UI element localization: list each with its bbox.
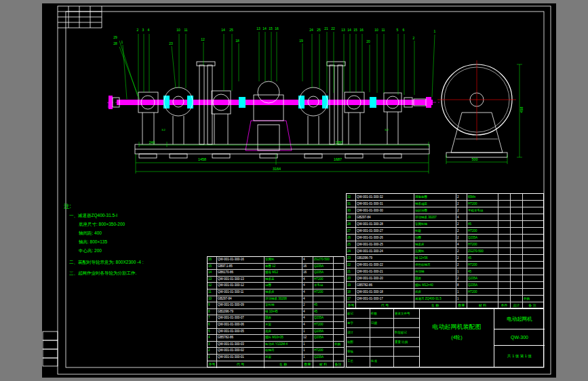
table-cell: GB5782-86 bbox=[217, 335, 264, 341]
table-cell: 4 bbox=[302, 322, 313, 328]
table-cell: QW-001-01-300-13 bbox=[217, 277, 264, 283]
note-line: 二、装配时导轮示意为: 800X2300 -4 : bbox=[69, 258, 210, 266]
table-cell: 2 bbox=[456, 221, 467, 227]
table-cell: 7 bbox=[208, 315, 217, 321]
drawing-annotation: 12 bbox=[201, 37, 205, 41]
title-block-main: 电动起网机装配图 (4轮) bbox=[419, 309, 494, 367]
drawing-annotation: 3.2 bbox=[161, 128, 165, 132]
table-cell: 30 bbox=[347, 207, 356, 214]
table-cell: 2 bbox=[208, 348, 217, 354]
table-cell bbox=[498, 268, 511, 275]
table-cell bbox=[523, 262, 542, 268]
table-cell: 键 12×56 bbox=[414, 255, 456, 261]
table-cell: 4 bbox=[208, 335, 217, 341]
table-cell: 32 bbox=[347, 194, 356, 200]
table-cell: QW-001-01-300-21 bbox=[356, 268, 414, 275]
table-cell: 轴承座 bbox=[264, 289, 302, 296]
table-cell: 毡封油圈 bbox=[414, 207, 456, 214]
table-cell: HT200 bbox=[467, 241, 498, 247]
table-cell bbox=[511, 255, 523, 261]
table-cell: 阶段标记 bbox=[394, 328, 418, 337]
table-cell: 24 bbox=[347, 248, 356, 254]
table-row: 27QW-001-01-300-27轮毂2HT200 bbox=[347, 228, 543, 235]
table-cell: 轴承盖 bbox=[264, 277, 302, 283]
table-cell bbox=[523, 289, 542, 295]
table-cell bbox=[394, 347, 418, 356]
table-cell: QW-001-01-300-26 bbox=[356, 235, 414, 241]
table-cell: 12 bbox=[302, 335, 313, 341]
table-cell: 4 bbox=[302, 315, 313, 321]
table-cell: QW-001-01-300-17 bbox=[356, 296, 414, 302]
table-cell bbox=[334, 283, 342, 289]
title-block-right: 电动起网机 QW-300 共 1 张 第 1 张 bbox=[494, 309, 545, 367]
table-cell: 底座 bbox=[264, 329, 302, 335]
table-cell: 批准 bbox=[370, 357, 394, 366]
table-cell bbox=[370, 338, 394, 346]
drawing-annotation: 13 bbox=[256, 26, 260, 31]
table-cell bbox=[511, 248, 523, 254]
table-row: 1QW-001-01-300-01机架1Q235A bbox=[208, 355, 344, 361]
table-cell bbox=[498, 262, 511, 268]
table-cell bbox=[523, 228, 542, 234]
table-cell: 2 bbox=[456, 235, 467, 241]
table-row: 28QW-001-01-300-28导网轮轴245 bbox=[347, 221, 543, 228]
table-cell: 28 bbox=[347, 221, 356, 227]
table-cell: QW-001-01-300-05 bbox=[217, 329, 264, 335]
table-cell: QW-001-01-300-03 bbox=[217, 342, 264, 348]
parts-list-right: 32QW-001-01-300-32调整垫圈265Mn31QW-001-01-3… bbox=[346, 193, 544, 308]
table-cell: 2 bbox=[456, 262, 467, 268]
table-cell bbox=[523, 268, 542, 275]
table-cell: QW-001-01-300-12 bbox=[217, 283, 264, 289]
title-block-grid: 标记处数更改文件号签字日期设计阶段标记制图重量 比例审核工艺批准 bbox=[347, 309, 419, 367]
table-cell: QW-001-01-300-27 bbox=[356, 228, 414, 234]
table-cell: 压网轮 bbox=[414, 248, 456, 254]
table-cell bbox=[498, 248, 511, 254]
table-cell bbox=[511, 194, 523, 200]
drawing-annotation: 22 bbox=[331, 26, 335, 31]
table-cell: 19 bbox=[347, 282, 356, 288]
table-cell: 45 bbox=[313, 309, 334, 315]
table-cell: 设计 bbox=[347, 328, 370, 337]
table-cell: Q235A bbox=[313, 355, 334, 361]
table-cell: QW-001-01-300-32 bbox=[356, 194, 414, 200]
table-cell: QW-001-01-300-25 bbox=[356, 241, 414, 247]
table-cell: 电动机 Y132M-4 bbox=[264, 342, 302, 348]
table-cell: 支架 bbox=[264, 322, 302, 328]
table-cell: 8 bbox=[208, 309, 217, 315]
table-cell bbox=[511, 221, 523, 227]
table-row: 24QW-001-01-300-24压网轮2ZG270-500 bbox=[347, 248, 543, 255]
table-cell: 材 料 bbox=[313, 361, 334, 368]
table-cell: ZG270-500 bbox=[467, 248, 498, 254]
table-cell: 16 bbox=[302, 270, 313, 276]
table-row: 制图重量 比例 bbox=[347, 338, 419, 347]
table-cell: 导网轮 bbox=[264, 257, 302, 263]
table-cell bbox=[334, 277, 342, 283]
table-cell: 2 bbox=[302, 302, 313, 308]
drawing-annotation: 6 bbox=[403, 28, 405, 32]
table-cell: 23 bbox=[347, 255, 356, 261]
table-cell: 45 bbox=[313, 302, 334, 308]
table-cell bbox=[498, 289, 511, 295]
drawing-annotation: 25 bbox=[229, 28, 233, 32]
table-cell: 4 bbox=[302, 257, 313, 263]
table-cell bbox=[334, 355, 342, 361]
table-cell bbox=[334, 309, 342, 315]
table-cell: 10 bbox=[208, 296, 217, 302]
table-cell: Q235A bbox=[467, 282, 498, 288]
table-cell bbox=[334, 335, 342, 341]
table-cell: 5 bbox=[208, 329, 217, 335]
title-block: 标记处数更改文件号签字日期设计阶段标记制图重量 比例审核工艺批准 电动起网机装配… bbox=[346, 308, 544, 367]
table-cell bbox=[511, 296, 523, 302]
table-cell: 代 号 bbox=[217, 361, 264, 368]
table-cell: HT200 bbox=[467, 262, 498, 268]
table-cell: Q235A bbox=[467, 235, 498, 241]
table-cell: 螺栓 M10×35 bbox=[264, 335, 302, 341]
table-cell: 12 bbox=[208, 283, 217, 289]
table-cell bbox=[370, 328, 394, 337]
table-cell: 1 bbox=[456, 296, 467, 302]
drawing-annotation: 10 bbox=[374, 28, 378, 32]
table-row: 工艺批准 bbox=[347, 357, 419, 366]
table-cell: QW-001-01-300-30 bbox=[356, 207, 414, 214]
table-cell: 3 bbox=[208, 342, 217, 348]
drawing-annotation: 5 bbox=[397, 28, 399, 32]
